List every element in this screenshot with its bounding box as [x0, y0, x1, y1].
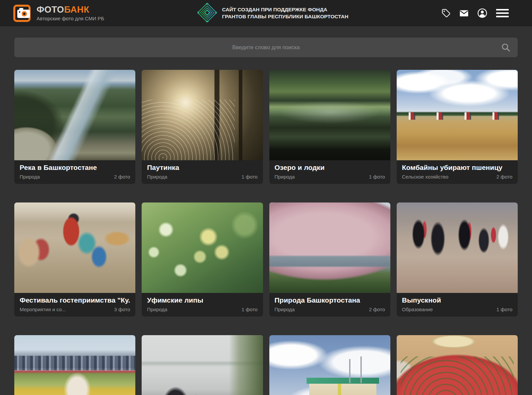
card-title: Река в Башкортостане	[20, 164, 130, 172]
card-caption: Паутинка Природа 1 фото	[142, 160, 263, 184]
card-photo-linden-blossom	[142, 202, 263, 293]
grant-support-block: САЙТ СОЗДАН ПРИ ПОДДЕРЖКЕ ФОНДА ГРАНТОВ …	[198, 3, 348, 24]
album-card-festival[interactable]: Фестиваль гостеприимства "Ку... Мероприя…	[14, 202, 135, 317]
card-photo-count: 2 фото	[496, 174, 512, 180]
camera-logo-icon	[13, 5, 31, 22]
card-photo-pink-cliff-lake	[269, 202, 390, 293]
card-title: Комбайны убирают пшеницу	[402, 164, 512, 172]
bashkir-ornament-icon	[198, 3, 217, 24]
card-photo-count: 1 фото	[369, 174, 385, 180]
card-category: Природа	[20, 174, 40, 180]
brand[interactable]: ФОТОБАНК Авторские фото для СМИ РБ	[13, 5, 104, 22]
tags-icon[interactable]	[442, 9, 451, 18]
card-caption: Комбайны убирают пшеницу Сельское хозяйс…	[397, 160, 518, 184]
card-category: Природа	[275, 307, 295, 312]
card-photo-count: 1 фото	[242, 307, 258, 312]
card-caption: Фестиваль гостеприимства "Ку... Мероприя…	[14, 293, 135, 317]
album-card-wrestling[interactable]	[14, 335, 135, 395]
search-input[interactable]	[14, 38, 518, 57]
search-icon[interactable]	[501, 43, 510, 52]
card-category: Природа	[147, 174, 167, 180]
card-caption: Озеро и лодки Природа 1 фото	[269, 160, 390, 184]
card-caption: Выпускной Образование 1 фото	[397, 293, 518, 317]
card-photo-count: 3 фото	[114, 307, 130, 312]
card-photo-grain-elevator	[269, 335, 390, 395]
card-title: Выпускной	[402, 296, 512, 304]
brand-title-accent: БАНК	[64, 5, 89, 15]
album-card-foggy-lake[interactable]	[142, 335, 263, 395]
album-card-lake-boats[interactable]: Озеро и лодки Природа 1 фото	[269, 70, 390, 184]
card-caption: Уфимские липы Природа 1 фото	[142, 293, 263, 317]
album-grid: Река в Башкортостане Природа 2 фото Паут…	[14, 70, 518, 395]
album-card-river[interactable]: Река в Башкортостане Природа 2 фото	[14, 70, 135, 184]
card-title: Озеро и лодки	[275, 164, 385, 172]
album-card-nature[interactable]: Природа Башкортостана Природа 2 фото	[269, 202, 390, 317]
card-photo-count: 2 фото	[114, 174, 130, 180]
header: ФОТОБАНК Авторские фото для СМИ РБ	[0, 0, 532, 26]
card-photo-count: 1 фото	[242, 174, 258, 180]
mail-icon[interactable]	[460, 9, 468, 17]
card-photo-river-landscape	[14, 70, 135, 160]
card-photo-spiderweb-forest	[142, 70, 263, 160]
card-photo-wheat-harvest	[397, 70, 518, 160]
card-photo-kuresh-wrestling	[14, 335, 135, 395]
card-photo-graduation-dance	[397, 202, 518, 293]
account-icon[interactable]	[477, 8, 487, 18]
album-card-elevator[interactable]	[269, 335, 390, 395]
card-photo-strawberries	[397, 335, 518, 395]
menu-icon[interactable]	[496, 9, 509, 18]
card-category: Природа	[147, 307, 167, 312]
album-card-strawberries[interactable]	[397, 335, 518, 395]
brand-title: ФОТОБАНК	[37, 5, 104, 14]
card-photo-count: 2 фото	[369, 307, 385, 312]
card-caption: Река в Башкортостане Природа 2 фото	[14, 160, 135, 184]
search-bar	[14, 38, 518, 57]
brand-subtitle: Авторские фото для СМИ РБ	[37, 16, 104, 21]
album-card-spiderweb[interactable]: Паутинка Природа 1 фото	[142, 70, 263, 184]
card-photo-lake-boats	[269, 70, 390, 160]
card-title: Уфимские липы	[147, 296, 257, 304]
card-title: Природа Башкортостана	[275, 296, 385, 304]
card-photo-count: 1 фото	[496, 307, 512, 312]
album-card-graduation[interactable]: Выпускной Образование 1 фото	[397, 202, 518, 317]
card-photo-hospitality-festival	[14, 202, 135, 293]
card-category: Образование	[402, 307, 433, 312]
brand-text: ФОТОБАНК Авторские фото для СМИ РБ	[37, 5, 104, 21]
card-caption: Природа Башкортостана Природа 2 фото	[269, 293, 390, 317]
grant-support-text: САЙТ СОЗДАН ПРИ ПОДДЕРЖКЕ ФОНДА ГРАНТОВ …	[222, 6, 348, 20]
card-title: Фестиваль гостеприимства "Ку...	[20, 296, 130, 304]
header-nav	[442, 8, 509, 18]
card-category: Мероприятия и со...	[20, 307, 66, 312]
album-card-combines[interactable]: Комбайны убирают пшеницу Сельское хозяйс…	[397, 70, 518, 184]
card-title: Паутинка	[147, 164, 257, 172]
card-category: Природа	[275, 174, 295, 180]
album-card-linden[interactable]: Уфимские липы Природа 1 фото	[142, 202, 263, 317]
card-category: Сельское хозяйство	[402, 174, 449, 180]
card-photo-foggy-lake-silhouettes	[142, 335, 263, 395]
